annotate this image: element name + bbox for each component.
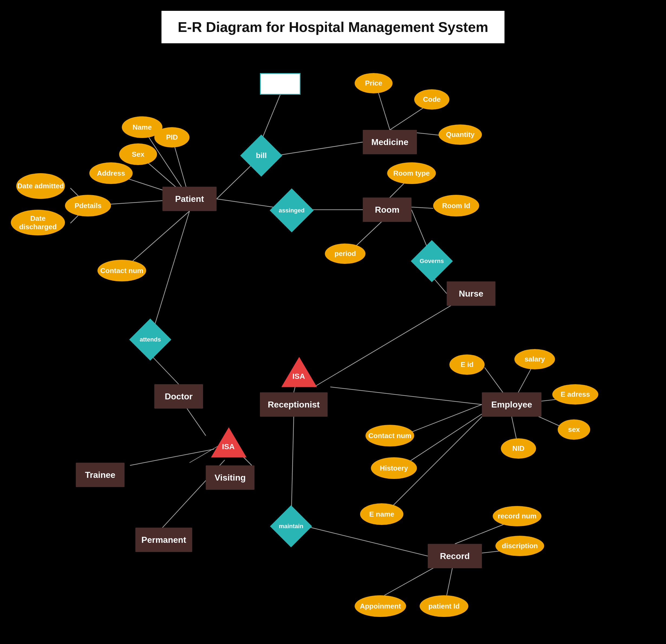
attr-price-label: Price xyxy=(365,79,382,87)
attr-period: period xyxy=(325,244,366,264)
attr-e-name: E name xyxy=(360,503,403,525)
attr-contact-num-patient-label: Contact num xyxy=(101,267,143,275)
entity-permanent: Permanent xyxy=(135,527,192,552)
rel-attends: attends xyxy=(129,319,171,361)
entity-employee-label: Employee xyxy=(491,400,532,410)
svg-line-21 xyxy=(150,211,190,340)
rel-maintain-label: maintain xyxy=(279,523,303,530)
attr-histoery-label: Histoery xyxy=(380,464,408,472)
attr-price: Price xyxy=(355,73,392,93)
rel-assinged-label: assinged xyxy=(279,207,304,214)
svg-line-45 xyxy=(261,95,280,141)
attr-address: Address xyxy=(89,162,133,184)
attr-date-admitted: Date admitted xyxy=(16,173,65,199)
isa-employee-triangle: ISA xyxy=(282,357,317,391)
svg-line-10 xyxy=(276,142,363,156)
rel-bill-label: bill xyxy=(256,151,267,160)
entity-employee: Employee xyxy=(482,392,541,417)
svg-marker-48 xyxy=(282,357,317,387)
attr-patient-id: patient Id xyxy=(420,595,468,617)
attr-pdetails-label: Pdetails xyxy=(74,201,102,210)
attr-histoery: Histoery xyxy=(371,457,417,479)
rel-maintain: maintain xyxy=(270,505,312,548)
attr-room-type: Room type xyxy=(387,162,436,184)
attr-eid-label: E id xyxy=(460,360,474,369)
entity-receptionist-label: Receptionist xyxy=(268,400,320,410)
svg-line-40 xyxy=(306,526,428,556)
entity-receptionist: Receptionist xyxy=(260,392,328,417)
rel-governs-label: Governs xyxy=(420,257,444,265)
entity-visiting-label: Visiting xyxy=(215,473,246,483)
attr-nid-label: NID xyxy=(512,444,525,453)
attr-emp-sex: sex xyxy=(558,419,590,440)
attr-eid: E id xyxy=(450,355,485,375)
svg-marker-47 xyxy=(211,428,246,457)
attr-discription: discription xyxy=(495,536,544,556)
entity-patient: Patient xyxy=(162,187,216,211)
attr-discription-label: discription xyxy=(502,542,538,550)
rel-bill: bill xyxy=(240,135,282,177)
entity-medicine: Medicine xyxy=(363,130,417,154)
entity-medicine-label: Medicine xyxy=(371,137,408,147)
attr-salary-label: salary xyxy=(524,355,545,363)
attr-period-label: period xyxy=(334,250,356,258)
svg-line-22 xyxy=(150,355,179,384)
attr-nid: NID xyxy=(501,439,536,459)
entity-nurse-label: Nurse xyxy=(459,289,484,299)
attr-contact-num-emp-label: Contact num xyxy=(368,432,411,440)
attr-code: Code xyxy=(414,89,450,110)
attr-appoinment: Appoinment xyxy=(355,595,406,617)
svg-line-29 xyxy=(330,387,482,405)
diagram-title: E-R Diagram for Hospital Management Syst… xyxy=(161,11,504,43)
attr-contact-num-patient: Contact num xyxy=(98,260,146,282)
rel-assinged: assinged xyxy=(270,188,314,232)
attr-contact-num-emp: Contact num xyxy=(366,425,414,446)
entity-permanent-label: Permanent xyxy=(141,535,186,545)
attr-patient-id-label: patient Id xyxy=(428,602,460,610)
attr-e-address: E adress xyxy=(552,384,598,405)
attr-code-label: Code xyxy=(423,95,441,104)
entity-room-label: Room xyxy=(375,205,400,215)
svg-line-37 xyxy=(399,414,482,468)
attr-pdetails: Pdetails xyxy=(65,195,111,216)
isa-doctor-triangle: ISA xyxy=(211,428,246,461)
attr-sex: Sex xyxy=(119,143,157,165)
attr-record-num: record num xyxy=(493,506,541,526)
attr-record-num-label: record num xyxy=(497,512,536,520)
entity-visiting: Visiting xyxy=(206,465,255,490)
entity-doctor-label: Doctor xyxy=(164,392,192,401)
entity-nurse: Nurse xyxy=(447,282,495,306)
unlabeled-box xyxy=(260,73,300,95)
rel-attends-label: attends xyxy=(140,336,161,343)
attr-e-name-label: E name xyxy=(369,510,395,518)
attr-pid-label: PID xyxy=(166,133,178,142)
attr-salary: salary xyxy=(514,349,555,369)
entity-room: Room xyxy=(363,198,411,222)
attr-address-label: Address xyxy=(97,169,125,178)
entity-doctor: Doctor xyxy=(154,384,203,409)
rel-governs: Governs xyxy=(411,240,453,282)
entity-record-label: Record xyxy=(440,551,470,561)
attr-pid: PID xyxy=(154,127,190,147)
entity-patient-label: Patient xyxy=(175,194,204,204)
attr-room-type-label: Room type xyxy=(393,169,430,178)
attr-e-address-label: E adress xyxy=(561,390,590,398)
attr-sex-label: Sex xyxy=(132,150,144,159)
entity-trainee-label: Trainee xyxy=(85,470,115,480)
svg-line-28 xyxy=(314,293,471,387)
attr-room-id-label: Room Id xyxy=(442,201,470,210)
attr-emp-sex-label: sex xyxy=(568,425,580,434)
attr-quantity-label: Quantity xyxy=(446,130,474,139)
attr-room-id: Room Id xyxy=(433,195,479,216)
attr-quantity: Quantity xyxy=(439,124,482,145)
attr-date-admitted-label: Date admitted xyxy=(17,182,64,190)
attr-date-discharged-label: Date discharged xyxy=(11,214,65,231)
entity-record: Record xyxy=(428,544,482,568)
entity-trainee: Trainee xyxy=(76,463,125,487)
attr-name-label: Name xyxy=(133,123,152,131)
attr-appoinment-label: Appoinment xyxy=(360,602,401,610)
svg-line-25 xyxy=(130,449,214,465)
attr-date-discharged: Date discharged xyxy=(11,210,65,235)
